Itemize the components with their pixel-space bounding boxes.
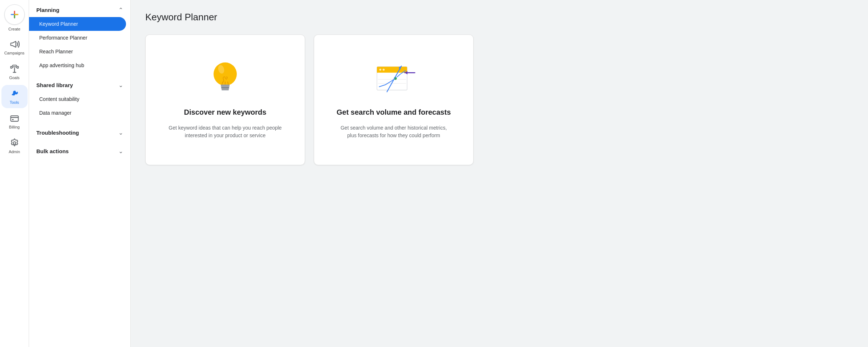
create-button[interactable] xyxy=(4,4,25,25)
nav-admin-label: Admin xyxy=(9,150,20,154)
sidebar-item-content-suitability[interactable]: Content suitability xyxy=(29,92,126,106)
nav-goals-label: Goals xyxy=(9,75,20,80)
discover-keywords-title: Discover new keywords xyxy=(184,107,267,117)
sidebar: Planning ⌃ Keyword Planner Performance P… xyxy=(29,0,131,347)
bulk-actions-section-header[interactable]: Bulk actions ⌄ xyxy=(29,141,130,158)
nav-tools-label: Tools xyxy=(10,100,19,105)
svg-rect-10 xyxy=(221,87,229,89)
sidebar-item-reach-planner[interactable]: Reach Planner xyxy=(29,45,126,58)
nav-item-admin[interactable]: Admin xyxy=(1,134,28,158)
svg-rect-4 xyxy=(11,116,18,121)
nav-item-billing[interactable]: Billing xyxy=(1,110,28,133)
discover-keywords-desc: Get keyword ideas that can help you reac… xyxy=(167,124,283,139)
nav-billing-label: Billing xyxy=(9,125,20,129)
create-label: Create xyxy=(8,27,20,31)
troubleshooting-section-header[interactable]: Troubleshooting ⌄ xyxy=(29,123,130,140)
sidebar-item-data-manager[interactable]: Data manager xyxy=(29,106,126,120)
svg-point-6 xyxy=(13,142,16,144)
shared-library-section-title: Shared library xyxy=(36,82,73,88)
nav-item-tools[interactable]: Tools xyxy=(1,85,28,108)
cards-container: Discover new keywords Get keyword ideas … xyxy=(145,34,853,165)
planning-chevron-icon: ⌃ xyxy=(118,7,123,13)
troubleshooting-chevron-icon: ⌄ xyxy=(118,129,123,136)
page-title: Keyword Planner xyxy=(145,12,853,23)
get-search-volume-title: Get search volume and forecasts xyxy=(337,107,451,117)
shared-library-chevron-icon: ⌄ xyxy=(118,82,123,89)
get-search-volume-desc: Get search volume and other historical m… xyxy=(336,124,452,139)
svg-rect-11 xyxy=(222,89,229,90)
svg-rect-5 xyxy=(12,119,14,120)
planning-section-header[interactable]: Planning ⌃ xyxy=(29,0,130,17)
icon-nav: Create Campaigns Goals Tools Billing xyxy=(0,0,29,347)
bulk-actions-chevron-icon: ⌄ xyxy=(118,148,123,155)
nav-item-campaigns[interactable]: Campaigns xyxy=(1,36,28,59)
get-search-volume-card[interactable]: Get search volume and forecasts Get sear… xyxy=(314,34,474,165)
svg-rect-9 xyxy=(221,85,230,87)
bulk-actions-section-title: Bulk actions xyxy=(36,148,69,154)
shared-library-section-header[interactable]: Shared library ⌄ xyxy=(29,75,130,92)
troubleshooting-section-title: Troubleshooting xyxy=(36,130,79,136)
chart-illustration xyxy=(372,57,415,100)
sidebar-item-keyword-planner[interactable]: Keyword Planner xyxy=(29,17,126,31)
discover-keywords-card[interactable]: Discover new keywords Get keyword ideas … xyxy=(145,34,305,165)
sidebar-item-performance-planner[interactable]: Performance Planner xyxy=(29,31,126,45)
nav-item-goals[interactable]: Goals xyxy=(1,60,28,83)
main-content: Keyword Planner xyxy=(131,0,868,347)
svg-point-18 xyxy=(383,69,385,71)
nav-campaigns-label: Campaigns xyxy=(4,51,25,55)
lightbulb-illustration xyxy=(203,57,247,100)
planning-section-title: Planning xyxy=(36,7,59,13)
svg-point-17 xyxy=(379,69,381,71)
sidebar-item-app-advertising-hub[interactable]: App advertising hub xyxy=(29,58,126,72)
